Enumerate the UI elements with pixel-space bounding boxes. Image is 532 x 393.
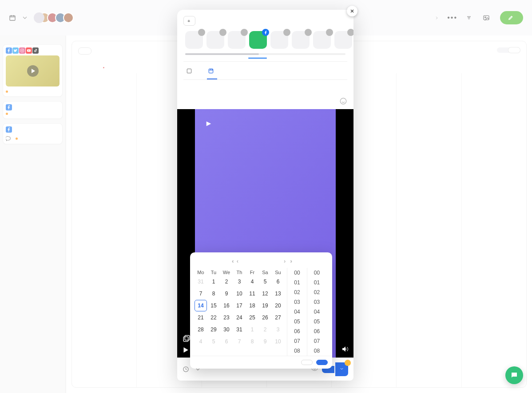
minute-option[interactable]: 04	[307, 307, 326, 317]
hour-option[interactable]: 00	[287, 268, 307, 278]
date-cell[interactable]: 6	[272, 276, 284, 287]
hour-option[interactable]: 05	[287, 317, 307, 326]
date-cell[interactable]: 4	[195, 336, 207, 347]
date-cell[interactable]: 10	[272, 336, 284, 347]
channel-chip[interactable]	[206, 31, 224, 49]
channel-chip[interactable]	[334, 31, 352, 49]
minute-column[interactable]: 000102030405060708	[307, 268, 326, 356]
date-cell[interactable]: 8	[207, 288, 220, 299]
help-button[interactable]	[505, 366, 523, 384]
date-cell[interactable]: 24	[233, 312, 246, 323]
hour-option[interactable]: 01	[287, 278, 307, 287]
emoji-button[interactable]	[339, 97, 347, 106]
ok-button[interactable]	[316, 360, 328, 365]
date-cell[interactable]: 6	[220, 336, 233, 347]
date-cell[interactable]: 27	[272, 312, 284, 323]
warning-badge	[345, 360, 351, 366]
prev-year-button[interactable]: ‹‹	[231, 257, 233, 265]
minute-option[interactable]: 05	[307, 317, 326, 326]
date-cell[interactable]: 2	[259, 324, 271, 335]
minute-option[interactable]: 06	[307, 326, 326, 336]
date-cell[interactable]: 30	[220, 324, 233, 335]
date-cell[interactable]: 29	[207, 324, 220, 335]
hour-option[interactable]: 06	[287, 326, 307, 336]
minute-option[interactable]: 03	[307, 297, 326, 307]
cancel-button[interactable]	[301, 360, 313, 365]
close-button[interactable]	[347, 6, 357, 16]
volume-icon[interactable]	[341, 345, 349, 353]
date-cell[interactable]: 25	[246, 312, 258, 323]
facebook-badge-icon	[262, 29, 269, 36]
date-cell[interactable]: 28	[195, 324, 207, 335]
date-cell[interactable]: 5	[259, 276, 271, 287]
next-year-button[interactable]: ››	[289, 257, 291, 265]
play-icon[interactable]	[182, 346, 190, 354]
next-month-button[interactable]: ›	[283, 257, 286, 265]
date-cell[interactable]: 12	[259, 288, 271, 299]
hour-column[interactable]: 000102030405060708	[287, 268, 307, 356]
hour-option[interactable]: 07	[287, 336, 307, 346]
channel-chip[interactable]	[185, 31, 203, 49]
clock-icon	[183, 366, 189, 373]
date-cell[interactable]: 17	[233, 300, 246, 311]
date-cell[interactable]: 1	[207, 276, 220, 287]
minute-option[interactable]: 07	[307, 336, 326, 346]
date-cell[interactable]: 26	[259, 312, 271, 323]
add-labels-button[interactable]: +	[183, 16, 195, 26]
gallery-icon[interactable]	[183, 334, 191, 342]
channel-badge-icon	[347, 29, 353, 36]
date-cell[interactable]: 5	[207, 336, 220, 347]
date-cell[interactable]: 3	[233, 276, 246, 287]
tab-reels[interactable]	[207, 65, 217, 79]
channel-chip[interactable]	[228, 31, 246, 49]
date-cell[interactable]: 22	[207, 312, 220, 323]
date-cell[interactable]: 9	[259, 336, 271, 347]
channel-selector[interactable]	[177, 10, 353, 53]
weekday-cell: Sa	[259, 270, 271, 275]
date-cell[interactable]: 7	[233, 336, 246, 347]
date-cell[interactable]: 13	[272, 288, 284, 299]
date-cell[interactable]: 23	[220, 312, 233, 323]
caption-input[interactable]	[177, 80, 353, 109]
tab-post[interactable]	[185, 65, 195, 79]
date-cell[interactable]: 1	[246, 324, 258, 335]
date-cell[interactable]: 7	[195, 288, 207, 299]
minute-option[interactable]: 00	[307, 268, 326, 278]
smile-icon	[339, 97, 347, 105]
date-cell[interactable]: 16	[220, 300, 233, 311]
date-cell[interactable]: 8	[246, 336, 258, 347]
hour-option[interactable]: 08	[287, 346, 307, 356]
svg-rect-9	[183, 337, 188, 342]
date-cell[interactable]: 18	[246, 300, 258, 311]
channel-chip[interactable]	[270, 31, 288, 49]
date-cell[interactable]: 2	[220, 276, 233, 287]
minute-option[interactable]: 08	[307, 346, 326, 356]
weekday-cell: Th	[233, 270, 246, 275]
close-icon	[349, 8, 355, 14]
date-cell[interactable]: 19	[259, 300, 271, 311]
date-cell[interactable]: 14	[195, 300, 207, 311]
chat-icon	[510, 371, 518, 379]
date-cell[interactable]: 31	[195, 276, 207, 287]
minute-option[interactable]: 02	[307, 287, 326, 297]
date-cell[interactable]: 11	[246, 288, 258, 299]
date-cell[interactable]: 20	[272, 300, 284, 311]
date-cell[interactable]: 4	[246, 276, 258, 287]
hour-option[interactable]: 03	[287, 297, 307, 307]
channel-scrollbar[interactable]	[185, 53, 345, 55]
date-cell[interactable]: 15	[207, 300, 220, 311]
minute-option[interactable]: 01	[307, 278, 326, 287]
date-picker-popover: ‹‹ ‹ › ›› MoTuWeThFrSaSu 311234567891011…	[190, 252, 332, 369]
hour-option[interactable]: 04	[287, 307, 307, 317]
save-dropdown-button[interactable]	[335, 362, 348, 376]
date-cell[interactable]: 3	[272, 324, 284, 335]
channel-chip[interactable]	[313, 31, 331, 49]
date-cell[interactable]: 21	[195, 312, 207, 323]
date-cell[interactable]: 9	[220, 288, 233, 299]
prev-month-button[interactable]: ‹	[236, 257, 239, 265]
channel-chip-active[interactable]	[249, 31, 267, 49]
date-cell[interactable]: 31	[233, 324, 246, 335]
channel-chip[interactable]	[292, 31, 310, 49]
hour-option[interactable]: 02	[287, 287, 307, 297]
date-cell[interactable]: 10	[233, 288, 246, 299]
